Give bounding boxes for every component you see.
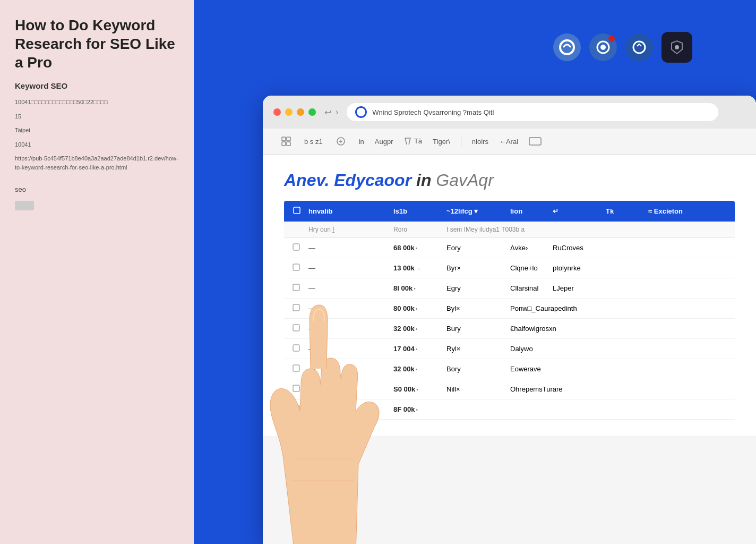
sidebar-meta-line1: 10041□□□□□□□□□□□□□50□22□□□□ bbox=[15, 98, 179, 107]
address-text[interactable]: Wnind Sprotech Qvsarroning ?mats Qitl bbox=[372, 108, 494, 116]
table-header: hnvalib ls1b ~12lifcg ▾ lion ↵ Tk ≈ Exci… bbox=[284, 201, 735, 222]
toolbar-item-1[interactable]: b s z1 bbox=[304, 138, 323, 146]
sidebar: How to Do Keyword Research for SEO Like … bbox=[0, 0, 194, 544]
row8-vol: S0 00k• bbox=[393, 385, 446, 393]
svg-rect-4 bbox=[282, 137, 286, 141]
toolbar-item-aral[interactable]: ←Aral bbox=[499, 138, 518, 146]
row1-keyword: — bbox=[308, 244, 393, 252]
row2-kw2: Clqne+lo bbox=[510, 264, 553, 272]
row3-kw1: Egry bbox=[446, 284, 510, 292]
toolbar-item-nloirs[interactable]: nloirs bbox=[472, 138, 488, 146]
row2-keyword: — bbox=[308, 264, 393, 272]
page-heading: Anev. Edycaoor in GavAqr bbox=[284, 171, 735, 190]
nav-controls[interactable]: ↩ › bbox=[324, 107, 338, 117]
toolbar-item-ta[interactable]: Tā bbox=[404, 137, 423, 146]
row3-vol: 8l 00k• bbox=[393, 284, 446, 292]
forward-icon[interactable]: › bbox=[336, 107, 338, 117]
row6-vol: 17 004• bbox=[393, 345, 446, 353]
svg-rect-6 bbox=[282, 142, 286, 146]
col-more-header[interactable]: Tk bbox=[606, 207, 648, 215]
row1-kw2: Δvke› bbox=[510, 244, 553, 252]
browser-window: ↩ › Wnind Sprotech Qvsarroning ?mats Qit… bbox=[263, 96, 756, 544]
icon-circle-1[interactable] bbox=[553, 33, 581, 61]
row4-kw2: Ponw□_Caurapedinth bbox=[510, 304, 726, 312]
address-bar[interactable]: Wnind Sprotech Qvsarroning ?mats Qitl bbox=[347, 103, 718, 121]
sidebar-subtitle: Keyword SEO bbox=[15, 81, 179, 90]
heading-part2: in bbox=[416, 171, 436, 190]
sidebar-meta-line4: 10041 bbox=[15, 140, 179, 149]
table-row: — 13 00k→ Byr× Clqne+lo ptolynrke bbox=[284, 258, 735, 278]
svg-point-0 bbox=[560, 40, 574, 54]
row6-kw1: Ryl× bbox=[446, 345, 510, 353]
row5-kw2: €halfowigrosxn bbox=[510, 325, 726, 333]
col-extra-header[interactable]: ↵ bbox=[553, 207, 585, 215]
toolbar-item-augpr[interactable]: Augpr bbox=[375, 138, 393, 146]
row3-kw2: Cllarsinal bbox=[510, 284, 553, 292]
icon-circle-2[interactable] bbox=[589, 33, 617, 61]
svg-rect-7 bbox=[287, 142, 290, 146]
row7-vol: 32 00k• bbox=[393, 365, 446, 373]
sidebar-meta-url: https://pub-5c454f571b8e40a3a2aad27ade84… bbox=[15, 154, 179, 172]
main-area: ↩ › Wnind Sprotech Qvsarroning ?mats Qit… bbox=[194, 0, 756, 544]
row2-vol: 13 00k→ bbox=[393, 264, 446, 272]
toolbar-grid-icon[interactable] bbox=[279, 134, 294, 149]
col-check bbox=[293, 206, 308, 216]
row8-kw1: Nill× bbox=[446, 385, 510, 393]
row5-vol: 32 00k• bbox=[393, 325, 446, 333]
browser-circle-icon bbox=[355, 106, 367, 118]
row7-kw2: Eowerave bbox=[510, 365, 726, 373]
col-intent-header[interactable]: lion bbox=[510, 207, 553, 215]
row1-vol: 68 00k• bbox=[393, 244, 446, 252]
svg-rect-10 bbox=[294, 207, 300, 214]
row3-kw3: LJeper bbox=[553, 284, 726, 292]
fullscreen-button-orange[interactable] bbox=[297, 108, 304, 116]
page-title: How to Do Keyword Research for SEO Like … bbox=[15, 16, 179, 72]
back-icon[interactable]: ↩ bbox=[324, 107, 331, 117]
minimize-button[interactable] bbox=[285, 108, 293, 116]
icon-circle-3[interactable] bbox=[625, 33, 653, 61]
close-button[interactable] bbox=[273, 108, 281, 116]
hand-svg bbox=[263, 278, 390, 544]
hand-pointer bbox=[263, 278, 380, 544]
row7-kw1: Bory bbox=[446, 365, 510, 373]
svg-rect-11 bbox=[293, 244, 299, 250]
row9-vol: 8F 00k• bbox=[393, 405, 446, 413]
icon-circle-4[interactable] bbox=[662, 32, 692, 63]
toolbar-icon-2[interactable] bbox=[333, 134, 348, 149]
svg-point-3 bbox=[675, 45, 679, 49]
toolbar-bracket-icon bbox=[529, 137, 542, 146]
col-keyword-header[interactable]: hnvalib bbox=[308, 207, 393, 215]
svg-rect-12 bbox=[293, 264, 299, 270]
svg-rect-9 bbox=[529, 138, 541, 145]
browser-toolbar: b s z1 in Augpr Tā Tiger\ nloirs ←Aral bbox=[263, 129, 756, 155]
sidebar-meta-line3: Taipei bbox=[15, 126, 179, 135]
row1-kw1: Eory bbox=[446, 244, 510, 252]
top-icon-bar bbox=[553, 32, 692, 63]
row1-kw3: RuCroves bbox=[553, 244, 726, 252]
sidebar-meta-line2: 15 bbox=[15, 112, 179, 121]
row2-kw3: ptolynrke bbox=[553, 264, 726, 272]
sidebar-tag-box bbox=[15, 201, 34, 210]
heading-part1: Anev. Edycaoor bbox=[284, 171, 411, 190]
toolbar-item-tiger[interactable]: Tiger\ bbox=[433, 138, 450, 146]
table-row: — 68 00k• Eory Δvke› RuCroves bbox=[284, 238, 735, 258]
svg-rect-5 bbox=[287, 137, 290, 141]
toolbar-separator bbox=[461, 136, 461, 147]
fullscreen-button[interactable] bbox=[308, 108, 316, 116]
row4-vol: 80 00k• bbox=[393, 304, 446, 312]
toolbar-item-worm[interactable]: in bbox=[359, 138, 364, 146]
row8-kw2: OhrepemsTurare bbox=[510, 385, 726, 393]
svg-point-2 bbox=[600, 45, 606, 50]
sidebar-tag: seo bbox=[15, 185, 179, 193]
row2-kw1: Byr× bbox=[446, 264, 510, 272]
row6-kw2: Dalywo bbox=[510, 345, 726, 353]
col-vol-header[interactable]: ls1b bbox=[393, 207, 446, 215]
col-right-header[interactable]: ≈ Excieton bbox=[648, 207, 726, 215]
traffic-lights bbox=[273, 108, 316, 116]
browser-chrome: ↩ › Wnind Sprotech Qvsarroning ?mats Qit… bbox=[263, 96, 756, 129]
row4-kw1: Byl× bbox=[446, 304, 510, 312]
heading-part3: GavAqr bbox=[436, 171, 493, 190]
row5-kw1: Bury bbox=[446, 325, 510, 333]
table-subheader: Hry oun Ī Roro I sem IMey iludya1 T003b … bbox=[284, 222, 735, 238]
col-trend-header[interactable]: ~12lifcg ▾ bbox=[446, 207, 510, 215]
